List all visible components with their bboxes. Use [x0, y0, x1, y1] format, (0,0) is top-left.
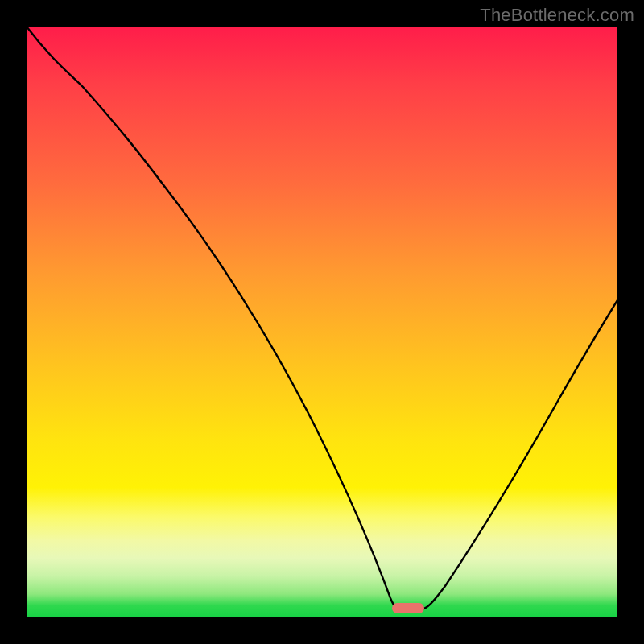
curve-path [27, 27, 617, 609]
bottleneck-curve [27, 27, 617, 617]
plot-area [27, 27, 617, 617]
chart-frame: TheBottleneck.com [0, 0, 644, 644]
watermark-text: TheBottleneck.com [480, 5, 634, 26]
optimal-marker [392, 603, 424, 613]
